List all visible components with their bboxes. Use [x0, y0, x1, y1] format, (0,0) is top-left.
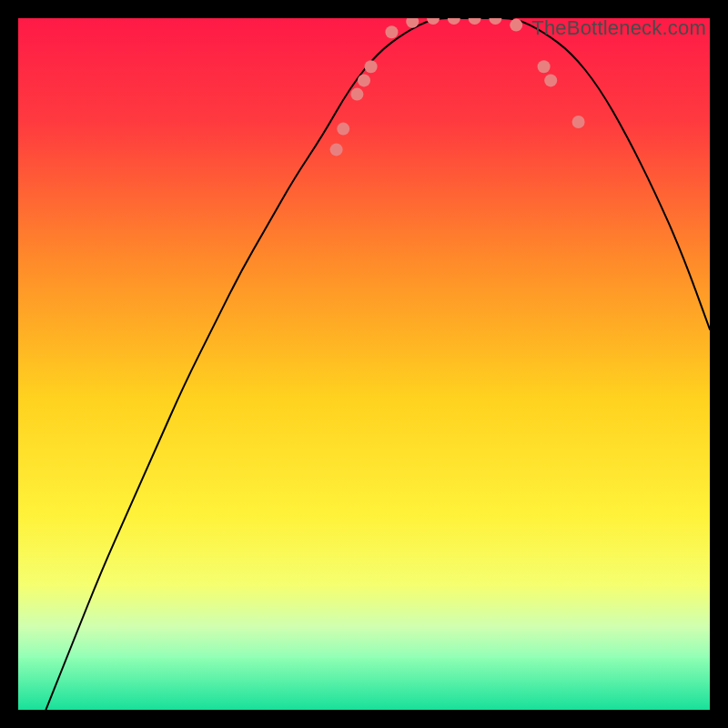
- marker-point: [358, 74, 370, 86]
- gradient-background: [18, 18, 710, 710]
- green-band: [18, 658, 710, 710]
- marker-point: [350, 88, 363, 101]
- marker-point: [538, 60, 551, 73]
- marker-point: [330, 143, 343, 156]
- watermark-text: TheBottleneck.com: [531, 16, 706, 40]
- marker-point: [337, 123, 349, 136]
- bottleneck-chart: [18, 18, 710, 710]
- marker-point: [385, 25, 398, 38]
- marker-point: [510, 19, 522, 32]
- marker-point: [544, 74, 557, 86]
- marker-point: [572, 116, 585, 128]
- marker-point: [365, 60, 378, 73]
- chart-frame: TheBottleneck.com: [18, 18, 710, 710]
